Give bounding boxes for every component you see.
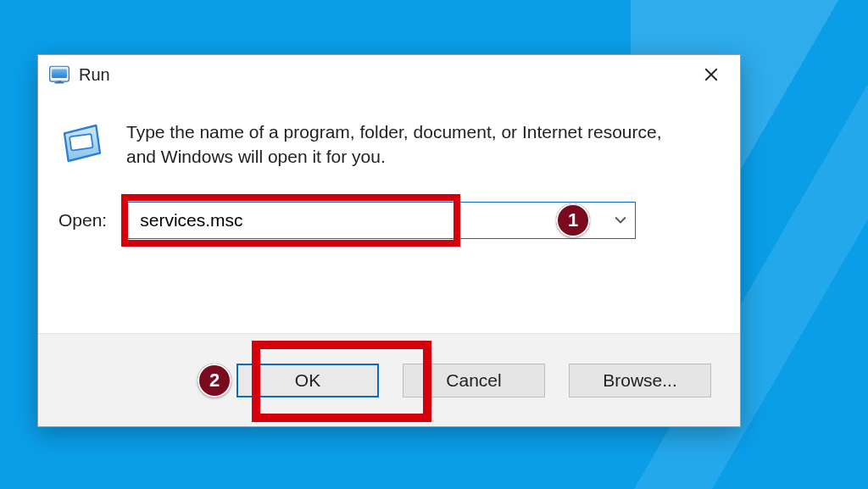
ok-button-label: OK xyxy=(295,370,320,391)
run-large-icon xyxy=(58,119,106,167)
titlebar: Run xyxy=(38,55,740,94)
annotation-callout-2: 2 xyxy=(198,364,231,397)
combo-dropdown-button[interactable] xyxy=(615,213,626,228)
dialog-title: Run xyxy=(79,65,110,85)
button-bar: 2 OK Cancel Browse... xyxy=(38,333,740,426)
cancel-button-label: Cancel xyxy=(446,370,501,391)
close-button[interactable] xyxy=(687,55,735,94)
description-row: Type the name of a program, folder, docu… xyxy=(55,119,723,169)
open-combobox[interactable]: 1 xyxy=(127,202,636,239)
browse-button[interactable]: Browse... xyxy=(569,364,711,397)
run-app-icon xyxy=(48,64,70,86)
annotation-callout-1: 1 xyxy=(556,203,590,237)
svg-rect-2 xyxy=(58,81,62,82)
open-row: Open: 1 xyxy=(55,202,723,239)
svg-rect-4 xyxy=(70,134,93,151)
close-icon xyxy=(704,67,719,82)
svg-rect-3 xyxy=(54,82,64,84)
description-text: Type the name of a program, folder, docu… xyxy=(126,119,669,169)
chevron-down-icon xyxy=(615,216,626,225)
ok-button[interactable]: OK xyxy=(236,364,379,397)
browse-button-label: Browse... xyxy=(603,370,677,391)
dialog-body: Type the name of a program, folder, docu… xyxy=(38,94,740,333)
svg-rect-1 xyxy=(52,69,67,79)
cancel-button[interactable]: Cancel xyxy=(403,364,545,397)
open-label: Open: xyxy=(58,210,107,231)
run-dialog: Run Type the name of a program, xyxy=(37,54,741,427)
